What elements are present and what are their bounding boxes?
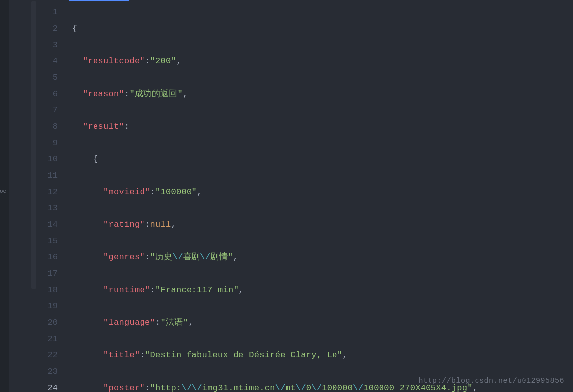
- code-line[interactable]: "result":: [72, 118, 573, 135]
- line-number: 16: [37, 249, 58, 265]
- code-editor[interactable]: 1 2 3 4 5 6 7 8 9 10 11 12 13 14 15 16 1…: [37, 0, 573, 392]
- line-number: 11: [37, 167, 58, 184]
- line-number: 12: [37, 184, 58, 200]
- line-number: 5: [37, 69, 58, 86]
- line-number: 18: [37, 282, 58, 298]
- code-line[interactable]: "resultcode":"200",: [72, 53, 573, 69]
- line-number: 20: [37, 314, 58, 331]
- code-line[interactable]: "runtime":"France:117 min",: [72, 282, 573, 298]
- line-number: 6: [37, 86, 58, 102]
- line-number: 15: [37, 233, 58, 249]
- code-content[interactable]: { "resultcode":"200", "reason":"成功的返回", …: [69, 0, 573, 392]
- watermark: http://blog.csdn.net/u012995856: [418, 377, 564, 385]
- code-line[interactable]: {: [72, 151, 573, 167]
- line-number: 4: [37, 53, 58, 69]
- line-number: 10: [37, 151, 58, 167]
- line-number: 9: [37, 135, 58, 151]
- line-number: 7: [37, 102, 58, 118]
- side-panel-label: oc: [0, 188, 6, 194]
- line-number: 17: [37, 265, 58, 282]
- code-line[interactable]: "language":"法语",: [72, 314, 573, 331]
- code-line[interactable]: "movieid":"100000",: [72, 184, 573, 200]
- line-number: 8: [37, 118, 58, 135]
- line-number: 19: [37, 298, 58, 314]
- side-panel: oc: [0, 0, 9, 392]
- scrollbar-thumb[interactable]: [31, 1, 36, 289]
- line-number: 22: [37, 347, 58, 363]
- line-number: 24: [37, 380, 58, 392]
- line-number: 1: [37, 4, 58, 20]
- line-number: 3: [37, 37, 58, 53]
- line-number: 13: [37, 200, 58, 216]
- line-number: 2: [37, 20, 58, 37]
- line-number: 21: [37, 331, 58, 347]
- code-line[interactable]: "reason":"成功的返回",: [72, 86, 573, 102]
- line-number: 14: [37, 216, 58, 233]
- line-number: 23: [37, 363, 58, 380]
- code-line[interactable]: "rating":null,: [72, 216, 573, 233]
- line-number-gutter: 1 2 3 4 5 6 7 8 9 10 11 12 13 14 15 16 1…: [37, 0, 69, 392]
- code-line[interactable]: "genres":"历史\/喜剧\/剧情",: [72, 249, 573, 265]
- code-line[interactable]: "title":"Destin fabuleux de Désirée Clar…: [72, 347, 573, 363]
- code-line[interactable]: {: [72, 20, 573, 37]
